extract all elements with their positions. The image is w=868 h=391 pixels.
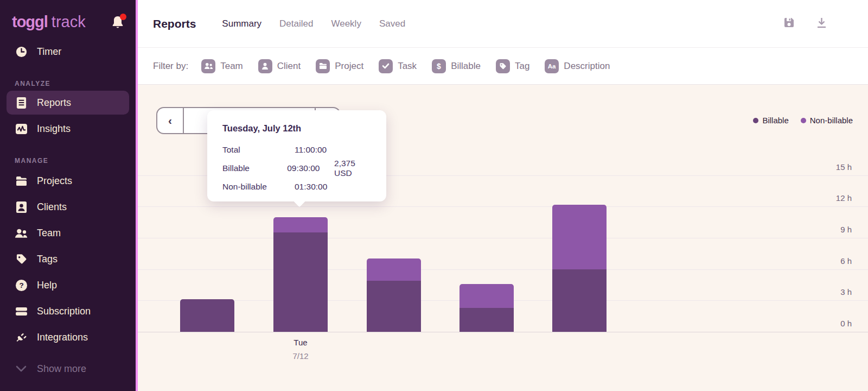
notification-badge — [120, 14, 126, 20]
chevron-left-icon: ‹ — [168, 114, 172, 127]
tab-weekly[interactable]: Weekly — [331, 18, 361, 29]
tooltip-total-label: Total — [222, 145, 295, 155]
y-tick-label: 15 h — [836, 162, 852, 172]
toggl-logo: toggl — [12, 13, 48, 31]
filter-project-button[interactable]: Project — [316, 59, 363, 73]
tag-icon — [15, 253, 28, 266]
logo-row: toggl track — [0, 0, 136, 31]
top-bar: Reports SummaryDetailedWeeklySaved — [138, 0, 868, 48]
show-more-label: Show more — [37, 363, 86, 375]
bar-segment-billable — [367, 281, 421, 332]
team-icon — [201, 59, 215, 73]
sidebar-item-team[interactable]: Team — [0, 220, 136, 246]
sidebar-item-insights[interactable]: Insights — [0, 116, 136, 142]
export-download-button[interactable] — [815, 16, 828, 31]
filter-bar: Filter by: TeamClientProjectTask$Billabl… — [138, 48, 868, 85]
legend-dot-icon — [753, 118, 758, 123]
sidebar-item-label: Tags — [37, 254, 58, 265]
filter-label: Team — [220, 61, 243, 72]
filter-label: Description — [564, 61, 610, 72]
x-axis-line — [138, 332, 868, 332]
sidebar-item-label: Projects — [37, 175, 72, 187]
x-axis-date-label: 7/12 — [268, 349, 333, 363]
plug-icon — [15, 331, 28, 344]
save-icon — [783, 16, 795, 31]
chart-bar-day-3[interactable] — [367, 258, 421, 332]
tooltip-billable-label: Billable — [222, 163, 287, 173]
tooltip-billable-time: 09:30:00 — [287, 163, 334, 173]
card-icon — [15, 305, 28, 318]
project-icon — [316, 59, 330, 73]
sidebar-show-more[interactable]: Show more — [0, 356, 136, 382]
svg-text:Aa: Aa — [548, 63, 556, 70]
tooltip-billable-row: Billable 09:30:00 2,375 USD — [222, 159, 371, 178]
sidebar-item-label: Reports — [37, 97, 71, 109]
task-icon — [379, 59, 393, 73]
sidebar-item-tags[interactable]: Tags — [0, 246, 136, 272]
chart-bar-day-1[interactable] — [180, 299, 234, 332]
x-axis-label: Tue7/12 — [268, 336, 333, 363]
chart-bar-tue-7-12[interactable] — [273, 217, 328, 332]
save-report-button[interactable] — [783, 16, 795, 31]
tooltip-nonbillable-row: Non-billable 01:30:00 — [222, 178, 371, 196]
tab-summary[interactable]: Summary — [222, 18, 261, 29]
chart-bar-day-5[interactable] — [552, 205, 607, 332]
gridline — [138, 206, 868, 207]
sidebar-item-label: Team — [37, 228, 61, 239]
topbar-actions — [783, 16, 868, 31]
bar-chart: BillableNon-billable ‹ Tuesday, July 12t… — [138, 85, 868, 391]
notifications-bell-button[interactable] — [111, 15, 125, 30]
bar-segment-billable — [273, 232, 328, 332]
sidebar-item-reports[interactable]: Reports — [7, 91, 129, 115]
tab-saved[interactable]: Saved — [379, 18, 405, 29]
filter-team-button[interactable]: Team — [201, 59, 243, 73]
sidebar-item-integrations[interactable]: Integrations — [0, 324, 136, 350]
bar-segment-billable — [180, 299, 234, 332]
tooltip-nonbillable-time: 01:30:00 — [295, 182, 347, 192]
filter-items: TeamClientProjectTask$BillableTagAaDescr… — [201, 59, 625, 73]
team-icon — [15, 226, 28, 239]
gridline — [138, 269, 868, 270]
page-title: Reports — [153, 17, 196, 30]
chart-legend: BillableNon-billable — [753, 116, 853, 125]
filter-task-button[interactable]: Task — [379, 59, 417, 73]
tab-detailed[interactable]: Detailed — [279, 18, 313, 29]
sidebar-item-label: Insights — [37, 123, 71, 135]
filter-description-button[interactable]: AaDescription — [545, 59, 610, 73]
download-icon — [815, 16, 828, 31]
report-tabs: SummaryDetailedWeeklySaved — [222, 18, 405, 29]
bar-segment-non-billable — [552, 205, 607, 269]
gridline — [138, 238, 868, 238]
filter-label: Task — [398, 61, 417, 72]
legend-billable[interactable]: Billable — [753, 116, 788, 125]
bar-segment-non-billable — [367, 258, 421, 280]
sidebar-nav: TimerANALYZEReportsInsightsMANAGEProject… — [0, 39, 136, 382]
tooltip-total-time: 11:00:00 — [295, 145, 347, 155]
sidebar-item-timer[interactable]: Timer — [0, 39, 136, 65]
client-card-icon — [15, 200, 28, 213]
bar-segment-non-billable — [273, 217, 328, 233]
help-icon: ? — [15, 279, 28, 292]
insights-icon — [15, 122, 28, 135]
filter-billable-button[interactable]: $Billable — [432, 59, 481, 73]
svg-text:$: $ — [437, 62, 441, 71]
legend-non-billable[interactable]: Non-billable — [801, 116, 853, 125]
section-header-manage: MANAGE — [15, 157, 136, 165]
sidebar-item-subscription[interactable]: Subscription — [0, 298, 136, 324]
filter-label: Billable — [451, 61, 481, 72]
filter-by-label: Filter by: — [153, 61, 188, 72]
sidebar-item-clients[interactable]: Clients — [0, 194, 136, 220]
legend-label: Billable — [762, 116, 788, 125]
chart-bar-day-4[interactable] — [459, 284, 514, 332]
y-tick-label: 12 h — [836, 193, 852, 203]
legend-label: Non-billable — [810, 116, 853, 125]
sidebar-item-label: Clients — [37, 201, 67, 213]
filter-tag-button[interactable]: Tag — [496, 59, 529, 73]
reports-icon — [15, 96, 28, 109]
previous-period-button[interactable]: ‹ — [157, 108, 184, 133]
filter-client-button[interactable]: Client — [258, 59, 301, 73]
tooltip-date-title: Tuesday, July 12th — [222, 123, 371, 134]
sidebar-item-help[interactable]: ?Help — [0, 272, 136, 298]
sidebar-item-projects[interactable]: Projects — [0, 168, 136, 194]
y-tick-label: 9 h — [840, 225, 852, 234]
